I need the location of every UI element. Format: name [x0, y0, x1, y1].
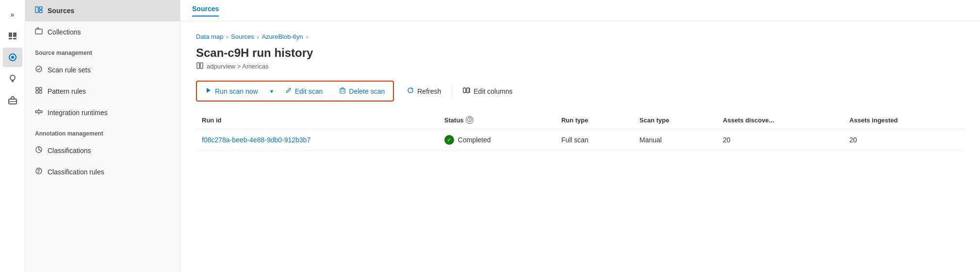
- sidebar: Sources Collections Source management Sc…: [25, 0, 180, 272]
- page-title: Scan-c9H run history: [196, 46, 964, 60]
- svg-rect-16: [36, 87, 38, 90]
- svg-rect-19: [39, 91, 42, 93]
- svg-rect-18: [36, 91, 38, 93]
- scan-rules-icon: [35, 65, 43, 75]
- sidebar-item-collections[interactable]: Collections: [25, 21, 180, 43]
- sidebar-item-sources-label: Sources: [48, 7, 74, 15]
- collections-icon: [35, 27, 43, 37]
- svg-point-6: [10, 75, 15, 80]
- cell-run-type: Full scan: [555, 129, 634, 151]
- breadcrumb-arrow-1: ›: [226, 34, 228, 40]
- svg-rect-13: [39, 10, 42, 13]
- svg-rect-2: [9, 38, 12, 39]
- source-management-header: Source management: [25, 43, 180, 59]
- classification-rules-icon: [35, 167, 43, 177]
- edit-columns-button[interactable]: Edit columns: [456, 83, 519, 100]
- svg-rect-31: [463, 88, 466, 93]
- run-scan-dropdown-button[interactable]: ▾: [267, 84, 276, 99]
- cell-scan-type: Manual: [634, 129, 717, 151]
- top-bar: Sources: [180, 0, 980, 21]
- col-header-run-id: Run id: [196, 111, 439, 129]
- toolbar: Run scan now ▾ Edit scan Del: [196, 81, 964, 102]
- delete-icon: [339, 87, 346, 95]
- table-row: f08c278a-beeb-4e88-9db0-912b3b7 ✓ Comple…: [196, 129, 964, 151]
- svg-point-5: [11, 56, 14, 59]
- sidebar-item-collections-label: Collections: [48, 28, 81, 36]
- col-header-run-type: Run type: [555, 111, 634, 129]
- svg-rect-32: [467, 88, 469, 93]
- sidebar-item-pattern-rules-label: Pattern rules: [48, 87, 86, 95]
- edit-scan-button[interactable]: Edit scan: [278, 83, 330, 100]
- edit-icon: [285, 87, 292, 95]
- cell-status: ✓ Completed: [439, 129, 555, 151]
- classifications-icon: [35, 146, 43, 155]
- breadcrumb-arrow-3: ›: [306, 34, 308, 40]
- breadcrumb-data-map[interactable]: Data map: [196, 33, 223, 40]
- sidebar-item-integration-runtimes[interactable]: Integration runtimes: [25, 102, 180, 123]
- breadcrumb-sources[interactable]: Sources: [231, 33, 254, 40]
- integration-runtimes-icon: [35, 108, 43, 118]
- status-info-icon[interactable]: ⓘ: [466, 116, 474, 124]
- breadcrumb: Data map › Sources › AzureBlob-6yn ›: [196, 33, 964, 40]
- sidebar-item-integration-runtimes-label: Integration runtimes: [48, 109, 108, 117]
- svg-rect-11: [35, 7, 38, 13]
- refresh-button[interactable]: Refresh: [400, 83, 448, 100]
- main-content: Sources Data map › Sources › AzureBlob-6…: [180, 0, 980, 272]
- status-text: Completed: [458, 136, 491, 144]
- play-icon: [205, 87, 212, 95]
- sidebar-item-pattern-rules[interactable]: Pattern rules: [25, 81, 180, 102]
- svg-rect-26: [200, 63, 203, 68]
- breadcrumb-azure-blob[interactable]: AzureBlob-6yn: [261, 33, 303, 40]
- annotation-management-header: Annotation management: [25, 123, 180, 140]
- cell-assets-discovered: 20: [717, 129, 844, 151]
- svg-rect-14: [35, 29, 42, 34]
- svg-rect-8: [11, 80, 14, 81]
- sidebar-item-classification-rules-label: Classification rules: [48, 168, 104, 176]
- svg-rect-1: [13, 33, 16, 37]
- table-body: f08c278a-beeb-4e88-9db0-912b3b7 ✓ Comple…: [196, 129, 964, 151]
- datamap-icon[interactable]: [3, 48, 22, 67]
- svg-rect-20: [35, 111, 42, 113]
- svg-rect-28: [340, 89, 345, 93]
- svg-rect-17: [39, 87, 42, 90]
- sidebar-item-classifications-label: Classifications: [48, 147, 91, 154]
- sidebar-item-sources[interactable]: Sources: [25, 0, 180, 21]
- icon-rail: »: [0, 0, 25, 272]
- sidebar-item-scan-rule-sets[interactable]: Scan rule sets: [25, 59, 180, 81]
- dropdown-chevron-icon: ▾: [270, 88, 273, 95]
- collapse-icon[interactable]: »: [3, 5, 22, 24]
- briefcase-icon[interactable]: [3, 90, 22, 110]
- delete-scan-button[interactable]: Delete scan: [332, 83, 392, 100]
- svg-rect-12: [39, 7, 42, 9]
- page-subtitle-text: adpurview > Americas: [207, 63, 269, 70]
- svg-rect-25: [197, 63, 199, 68]
- page-subtitle-icon: [196, 62, 204, 71]
- table-header: Run id Status ⓘ Run type Scan type: [196, 111, 964, 129]
- svg-rect-7: [12, 81, 14, 82]
- edit-columns-icon: [463, 86, 471, 96]
- svg-marker-27: [207, 88, 211, 93]
- run-id-link[interactable]: f08c278a-beeb-4e88-9db0-912b3b7: [202, 136, 310, 144]
- status-completed-icon: ✓: [444, 135, 454, 145]
- highlighted-toolbar-group: Run scan now ▾ Edit scan Del: [196, 81, 394, 102]
- catalog-icon[interactable]: [3, 26, 22, 46]
- svg-rect-0: [9, 33, 12, 37]
- scan-history-table: Run id Status ⓘ Run type Scan type: [196, 111, 964, 151]
- breadcrumb-arrow-2: ›: [257, 34, 259, 40]
- sidebar-item-classification-rules[interactable]: Classification rules: [25, 161, 180, 183]
- col-header-status: Status ⓘ: [439, 111, 555, 129]
- col-header-assets-ingested: Assets ingested: [844, 111, 964, 129]
- sources-tab[interactable]: Sources: [192, 5, 219, 17]
- sidebar-item-scan-rule-sets-label: Scan rule sets: [48, 66, 91, 74]
- content-area: Data map › Sources › AzureBlob-6yn › Sca…: [180, 21, 980, 272]
- cell-run-id: f08c278a-beeb-4e88-9db0-912b3b7: [196, 129, 439, 151]
- sources-icon: [35, 6, 43, 16]
- toolbar-separator: [452, 85, 452, 98]
- svg-rect-3: [13, 38, 16, 39]
- refresh-icon: [407, 86, 414, 96]
- insights-icon[interactable]: [3, 69, 22, 88]
- page-subtitle: adpurview > Americas: [196, 62, 964, 71]
- run-scan-now-button[interactable]: Run scan now: [198, 83, 265, 100]
- pattern-rules-icon: [35, 86, 43, 96]
- sidebar-item-classifications[interactable]: Classifications: [25, 140, 180, 161]
